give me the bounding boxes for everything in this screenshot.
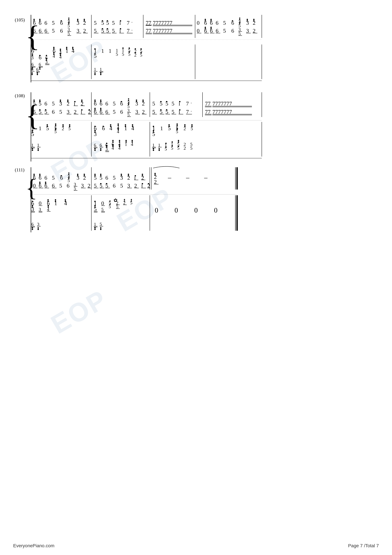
svg-point-389 (94, 130, 96, 131)
svg-text:5: 5 (116, 51, 118, 57)
svg-point-483 (178, 146, 179, 147)
svg-point-253 (121, 101, 122, 102)
svg-text:5: 5 (33, 109, 36, 115)
svg-point-669 (100, 227, 101, 229)
svg-text:77: 77 (205, 101, 211, 107)
svg-point-363 (55, 124, 56, 125)
svg-text:0: 0 (33, 183, 36, 189)
svg-point-29 (107, 20, 108, 22)
svg-text:3: 3 (39, 207, 41, 212)
svg-point-379 (37, 148, 39, 149)
svg-point-17 (68, 22, 70, 23)
svg-text:2: 2 (134, 183, 137, 189)
svg-text:6: 6 (39, 62, 41, 67)
svg-point-494 (33, 174, 35, 175)
svg-text:6: 6 (105, 109, 108, 115)
svg-text:5: 5 (127, 112, 129, 117)
svg-point-655 (32, 227, 33, 229)
svg-point-112 (205, 27, 206, 28)
svg-text:·: · (131, 20, 133, 25)
svg-point-160 (53, 52, 55, 53)
svg-text:2: 2 (142, 109, 145, 115)
svg-text:0: 0 (101, 200, 104, 206)
svg-point-269 (160, 101, 162, 102)
svg-text:5: 5 (94, 28, 97, 34)
svg-point-16 (68, 23, 70, 24)
svg-text:5: 5 (112, 28, 115, 34)
measure-105: (105) (15, 17, 25, 22)
svg-text:6: 6 (44, 175, 47, 181)
svg-point-23 (84, 19, 85, 20)
svg-point-478 (171, 145, 173, 146)
svg-text:6: 6 (105, 101, 108, 107)
svg-point-54 (239, 19, 240, 20)
svg-text:6: 6 (44, 101, 47, 107)
svg-text:5: 5 (67, 31, 70, 36)
svg-point-637 (109, 201, 111, 202)
svg-point-434 (119, 144, 120, 146)
svg-point-436 (125, 141, 127, 143)
svg-text:5: 5 (113, 175, 116, 181)
svg-point-4 (33, 19, 35, 20)
svg-point-457 (184, 126, 185, 127)
svg-point-271 (166, 101, 167, 102)
svg-text:6: 6 (216, 28, 219, 34)
svg-point-44 (205, 20, 206, 22)
svg-point-556 (45, 183, 46, 184)
svg-point-6 (39, 20, 41, 22)
svg-point-362 (55, 125, 56, 126)
svg-text:6: 6 (231, 28, 234, 34)
svg-point-617 (65, 199, 66, 201)
svg-text:2: 2 (253, 28, 256, 34)
svg-point-57 (239, 23, 240, 24)
svg-text:7: 7 (186, 101, 189, 107)
svg-point-289 (39, 109, 41, 110)
svg-text:5: 5 (52, 20, 55, 26)
svg-point-264 (143, 101, 144, 102)
svg-text:3: 3 (81, 183, 84, 189)
svg-text:7777777: 7777777 (153, 28, 172, 34)
svg-point-497 (39, 174, 41, 175)
svg-point-338 (179, 109, 180, 110)
svg-point-482 (178, 140, 179, 141)
svg-point-198 (128, 47, 130, 49)
svg-text:0: 0 (197, 20, 200, 26)
svg-point-369 (62, 124, 64, 125)
svg-point-428 (112, 144, 114, 146)
svg-point-427 (112, 146, 114, 147)
svg-point-203 (135, 52, 136, 53)
svg-point-19 (77, 20, 78, 22)
svg-point-164 (60, 49, 61, 50)
svg-point-397 (118, 125, 119, 126)
svg-text:6: 6 (44, 28, 47, 34)
svg-point-248 (100, 101, 101, 102)
svg-point-597 (32, 205, 33, 206)
svg-point-237 (74, 101, 76, 102)
svg-point-527 (128, 175, 129, 176)
svg-text:6: 6 (52, 183, 55, 189)
svg-text:6: 6 (31, 67, 33, 72)
svg-text:6: 6 (33, 28, 36, 34)
svg-point-469 (158, 150, 160, 151)
svg-point-213 (100, 72, 101, 74)
svg-point-624 (94, 201, 96, 202)
music-notation: text { font-family: 'Times New Roman', T… (13, 5, 379, 499)
svg-point-171 (72, 48, 73, 50)
svg-point-309 (94, 108, 96, 109)
svg-point-645 (124, 201, 125, 202)
svg-point-186 (94, 48, 96, 50)
svg-point-507 (68, 177, 70, 178)
svg-text:1: 1 (160, 125, 163, 131)
svg-point-32 (120, 20, 121, 22)
svg-point-234 (67, 101, 69, 102)
svg-text:5: 5 (120, 183, 123, 189)
svg-text:3: 3 (67, 109, 70, 115)
svg-point-359 (47, 126, 48, 127)
svg-point-94 (120, 28, 121, 29)
svg-text:·: · (191, 101, 192, 106)
svg-point-20 (77, 19, 78, 20)
svg-point-553 (39, 182, 41, 183)
svg-point-493 (33, 175, 35, 176)
svg-point-14 (68, 18, 70, 19)
svg-point-648 (131, 201, 132, 202)
